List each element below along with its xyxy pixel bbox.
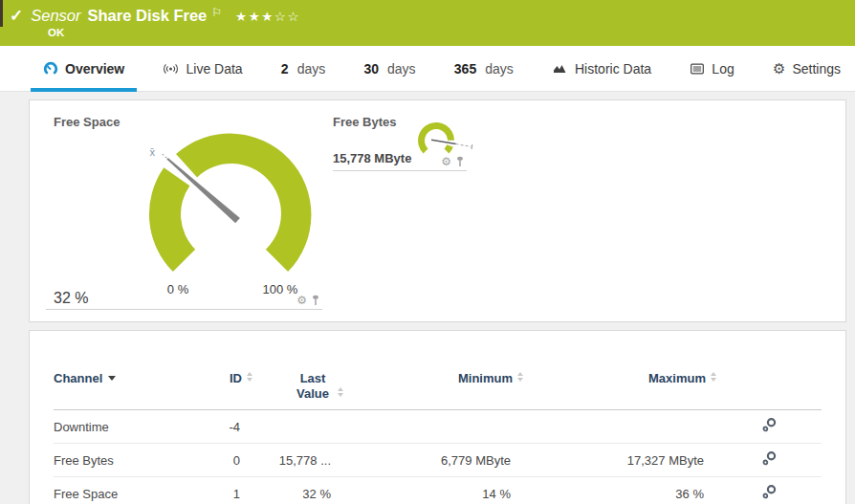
gauge-settings-icon[interactable]: ⚙ (441, 155, 451, 168)
tab-2-days[interactable]: 2 days (269, 46, 338, 91)
svg-text:0 %: 0 % (167, 282, 189, 296)
channel-id: 0 (178, 444, 252, 477)
channel-last-value: 15,778 ... (252, 444, 343, 477)
sort-icon[interactable] (247, 372, 252, 382)
channel-last-value: 32 % (252, 477, 343, 504)
free-space-gauge-cell: Free Space x̄0 %100 % 32 % ⚙ (46, 112, 322, 310)
channel-minimum: 6,779 MByte (343, 444, 523, 477)
tab-settings[interactable]: ⚙ Settings (760, 46, 853, 91)
table-row-free-bytes[interactable]: Free Bytes 0 15,778 ... 6,779 MByte 17,3… (54, 444, 822, 477)
svg-text:x̄: x̄ (149, 146, 155, 158)
channel-minimum (343, 410, 523, 444)
channel-maximum: 36 % (523, 477, 716, 504)
gauge-settings-icon[interactable]: ⚙ (296, 294, 307, 307)
table-header-row: Channel ID Last Value Minimum Maximum (54, 331, 822, 410)
tab-overview[interactable]: Overview (31, 46, 137, 91)
channels-panel: Channel ID Last Value Minimum Maximum Do… (29, 330, 846, 504)
channel-settings-icon[interactable] (761, 484, 778, 500)
tab-30-days[interactable]: 30 days (351, 46, 428, 91)
channel-maximum (523, 410, 716, 444)
log-list-icon (690, 61, 705, 77)
sort-icon[interactable] (338, 387, 343, 397)
sort-icon[interactable] (711, 372, 716, 382)
status-check-icon: ✓ (10, 6, 23, 26)
historic-chart-icon (552, 61, 568, 77)
priority-stars[interactable]: ★★★☆☆ (235, 8, 300, 24)
gauge-title: Free Bytes (333, 115, 396, 129)
channel-name[interactable]: Downtime (54, 410, 178, 444)
sensor-kind-label: Sensor (31, 7, 80, 25)
column-header-channel[interactable]: Channel (54, 331, 178, 410)
sensor-title: Share Disk Free (88, 7, 208, 25)
free-bytes-gauge-cell: Free Bytes 15,778 MByte ⚙ (333, 112, 467, 171)
channel-name[interactable]: Free Bytes (54, 444, 178, 477)
channel-name[interactable]: Free Space (54, 477, 178, 504)
gear-icon: ⚙ (773, 60, 785, 77)
stars-empty[interactable]: ☆☆ (274, 10, 300, 24)
priority-flag-icon[interactable]: ⚐ (211, 6, 222, 19)
channel-id: 1 (178, 477, 252, 504)
content-area: Free Space x̄0 %100 % 32 % ⚙ Free Bytes … (0, 92, 855, 504)
column-header-actions (716, 331, 822, 410)
sensor-header: ✓ Sensor Share Disk Free ⚐ ★★★☆☆ OK (0, 0, 855, 46)
channel-settings-icon[interactable] (761, 450, 778, 467)
free-space-gauge: x̄0 %100 % (125, 112, 336, 303)
channels-table: Channel ID Last Value Minimum Maximum Do… (54, 331, 822, 504)
gauge-cell-actions: ⚙ (441, 155, 465, 168)
stars-filled[interactable]: ★★★ (235, 10, 274, 24)
tab-365-days[interactable]: 365 days (442, 46, 526, 91)
gauges-panel: Free Space x̄0 %100 % 32 % ⚙ Free Bytes … (29, 99, 846, 322)
channel-maximum: 17,327 MByte (523, 444, 716, 477)
table-row-downtime[interactable]: Downtime -4 (54, 410, 822, 444)
column-header-maximum[interactable]: Maximum (523, 331, 716, 410)
svg-text:100 %: 100 % (263, 282, 298, 296)
tab-live-data[interactable]: Live Data (150, 46, 254, 91)
channel-id: -4 (178, 410, 252, 444)
tab-log[interactable]: Log (677, 46, 746, 91)
gauge-title: Free Space (54, 115, 120, 129)
channel-minimum: 14 % (343, 477, 523, 504)
edge-artifact (0, 0, 3, 27)
dropdown-caret-icon (108, 376, 116, 381)
pin-icon[interactable] (455, 156, 465, 167)
column-header-last-value[interactable]: Last Value (252, 331, 343, 410)
gauge-value: 32 % (54, 290, 88, 307)
channel-last-value (252, 410, 343, 444)
channel-settings-icon[interactable] (761, 417, 778, 433)
tab-bar: Overview Live Data 2 days 30 days 365 da… (0, 46, 855, 92)
gauge-value: 15,778 MByte (333, 151, 411, 165)
sort-icon[interactable] (517, 372, 523, 382)
live-data-icon (163, 61, 179, 77)
column-header-id[interactable]: ID (178, 331, 252, 410)
gauge-icon (43, 61, 58, 77)
table-row-free-space[interactable]: Free Space 1 32 % 14 % 36 % (54, 477, 822, 504)
gauge-cell-actions: ⚙ (296, 294, 320, 307)
tab-historic-data[interactable]: Historic Data (539, 46, 664, 91)
pin-icon[interactable] (311, 295, 320, 306)
column-header-minimum[interactable]: Minimum (343, 331, 523, 410)
status-badge: OK (48, 27, 64, 38)
